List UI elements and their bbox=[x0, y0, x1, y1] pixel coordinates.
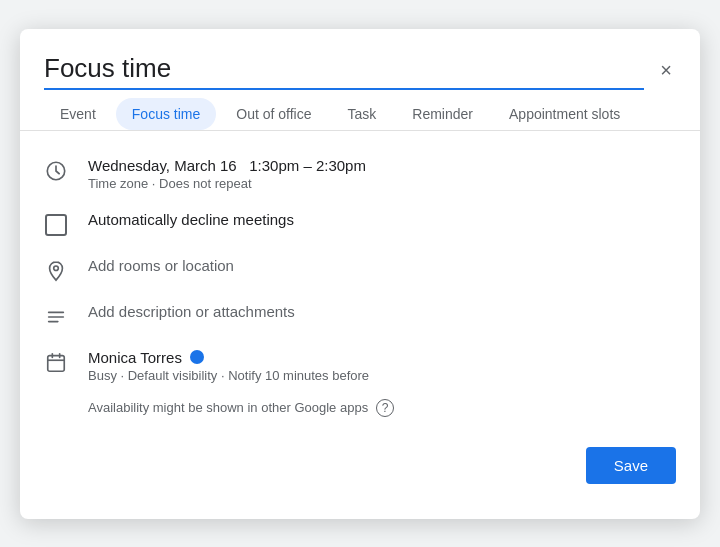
date-time-main[interactable]: Wednesday, March 16 1:30pm – 2:30pm bbox=[88, 157, 676, 174]
checkbox-icon-wrapper bbox=[44, 213, 68, 237]
description-placeholder[interactable]: Add description or attachments bbox=[88, 303, 676, 320]
datetime-row: Wednesday, March 16 1:30pm – 2:30pm Time… bbox=[44, 147, 676, 201]
availability-text: Availability might be shown in other Goo… bbox=[88, 400, 368, 415]
help-icon[interactable]: ? bbox=[376, 399, 394, 417]
calendar-sub: Busy · Default visibility · Notify 10 mi… bbox=[88, 368, 676, 383]
tab-appointment-slots[interactable]: Appointment slots bbox=[493, 98, 636, 130]
event-time: 1:30pm – 2:30pm bbox=[249, 157, 366, 174]
date-time-sub[interactable]: Time zone · Does not repeat bbox=[88, 176, 676, 191]
dialog-content: Wednesday, March 16 1:30pm – 2:30pm Time… bbox=[20, 131, 700, 439]
location-row: Add rooms or location bbox=[44, 247, 676, 293]
save-button[interactable]: Save bbox=[586, 447, 676, 484]
tabs-bar: Event Focus time Out of office Task Remi… bbox=[20, 90, 700, 131]
description-content: Add description or attachments bbox=[88, 303, 676, 320]
dialog-footer: Save bbox=[20, 439, 700, 496]
svg-point-1 bbox=[54, 265, 59, 270]
calendar-color-dot bbox=[190, 350, 204, 364]
location-icon bbox=[44, 259, 68, 283]
auto-decline-checkbox[interactable] bbox=[45, 214, 67, 236]
dialog-header: × bbox=[20, 29, 700, 90]
auto-decline-row: Automatically decline meetings bbox=[44, 201, 676, 247]
event-dialog: × Event Focus time Out of office Task Re… bbox=[20, 29, 700, 519]
close-button[interactable]: × bbox=[656, 55, 676, 86]
user-name[interactable]: Monica Torres bbox=[88, 349, 676, 366]
location-placeholder[interactable]: Add rooms or location bbox=[88, 257, 676, 274]
tab-reminder[interactable]: Reminder bbox=[396, 98, 489, 130]
calendar-row: Monica Torres Busy · Default visibility … bbox=[44, 339, 676, 393]
event-title-input[interactable] bbox=[44, 53, 644, 90]
title-area bbox=[44, 53, 644, 90]
description-row: Add description or attachments bbox=[44, 293, 676, 339]
datetime-content: Wednesday, March 16 1:30pm – 2:30pm Time… bbox=[88, 157, 676, 191]
calendar-content: Monica Torres Busy · Default visibility … bbox=[88, 349, 676, 383]
availability-row: Availability might be shown in other Goo… bbox=[44, 393, 676, 423]
tab-event[interactable]: Event bbox=[44, 98, 112, 130]
tab-task[interactable]: Task bbox=[332, 98, 393, 130]
svg-rect-5 bbox=[48, 355, 65, 371]
calendar-icon bbox=[44, 351, 68, 375]
auto-decline-content: Automatically decline meetings bbox=[88, 211, 676, 228]
tab-focus-time[interactable]: Focus time bbox=[116, 98, 216, 130]
auto-decline-label[interactable]: Automatically decline meetings bbox=[88, 211, 676, 228]
calendar-user-label: Monica Torres bbox=[88, 349, 182, 366]
event-date: Wednesday, March 16 bbox=[88, 157, 237, 174]
clock-icon bbox=[44, 159, 68, 183]
location-content: Add rooms or location bbox=[88, 257, 676, 274]
description-icon bbox=[44, 305, 68, 329]
tab-out-of-office[interactable]: Out of office bbox=[220, 98, 327, 130]
